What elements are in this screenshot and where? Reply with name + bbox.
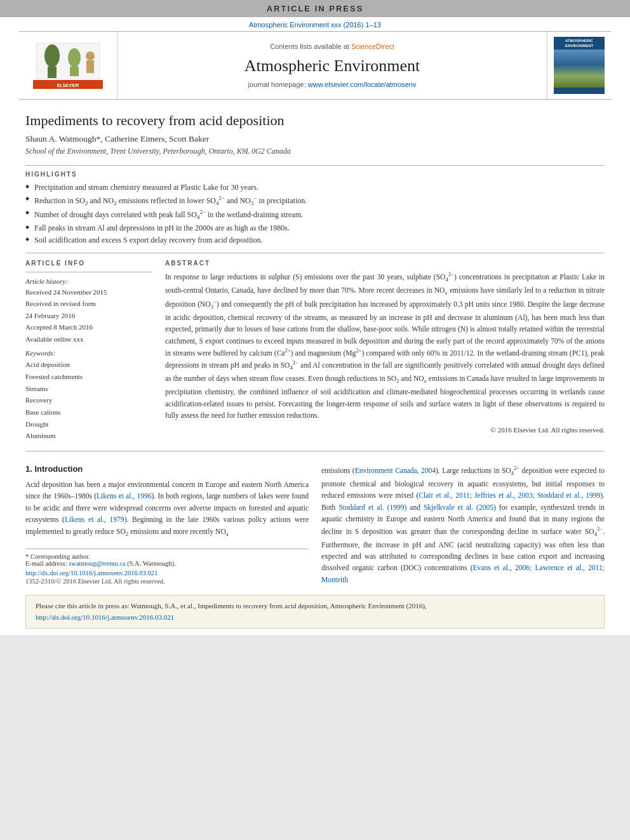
evans-2006-link[interactable]: Evans et al., 2006; Lawrence et al., 201… bbox=[321, 564, 605, 583]
corresponding-author-note: * Corresponding author. bbox=[25, 553, 309, 560]
journal-ref-text: Atmospheric Environment xxx (2016) 1–13 bbox=[249, 21, 381, 29]
journal-cover-area: ATMOSPHERICENVIRONMENT bbox=[547, 32, 611, 99]
homepage-line: journal homepage: www.elsevier.com/locat… bbox=[248, 81, 417, 88]
author-affiliation: School of the Environment, Trent Univers… bbox=[25, 147, 605, 156]
doi-link[interactable]: http://dx.doi.org/10.1016/j.atmosenv.201… bbox=[25, 570, 158, 577]
divider-3 bbox=[25, 272, 152, 272]
svg-rect-2 bbox=[48, 67, 57, 78]
svg-text:ELSEVIER: ELSEVIER bbox=[57, 83, 79, 88]
abstract-text: In response to large reductions in sulph… bbox=[165, 270, 605, 422]
header-center: Contents lists available at ScienceDirec… bbox=[117, 32, 547, 99]
sciencedirect-link[interactable]: ScienceDirect bbox=[351, 43, 394, 50]
elsevier-logo-area: ELSEVIER bbox=[19, 32, 117, 99]
abstract-col: ABSTRACT In response to large reductions… bbox=[165, 260, 605, 442]
doi-line: http://dx.doi.org/10.1016/j.atmosenv.201… bbox=[25, 570, 309, 577]
email-line: E-mail address: swatmoug@trentu.ca (S.A.… bbox=[25, 560, 309, 567]
likens-1996-link[interactable]: Likens et al., 1996 bbox=[97, 492, 151, 500]
article-info-abstract: ARTICLE INFO Article history: Received 2… bbox=[25, 260, 605, 442]
skjelkvale-2005-link[interactable]: Skjelkvale et al. (2005) bbox=[424, 503, 496, 511]
journal-cover-icon: ATMOSPHERICENVIRONMENT bbox=[554, 37, 605, 94]
article-info-col: ARTICLE INFO Article history: Received 2… bbox=[25, 260, 152, 442]
accepted-date: Accepted 8 March 2016 bbox=[25, 322, 152, 333]
aip-banner: ARTICLE IN PRESS bbox=[0, 0, 630, 17]
article-authors: Shaun A. Watmough*, Catherine Eimers, Sc… bbox=[25, 134, 605, 144]
available-online: Available online xxx bbox=[25, 334, 152, 345]
intro-left-col: 1. Introduction Acid deposition has been… bbox=[25, 464, 309, 585]
highlight-item: Precipitation and stream chemistry measu… bbox=[25, 182, 605, 194]
highlight-item: Soil acidification and excess S export d… bbox=[25, 234, 605, 246]
elsevier-logo-icon: ELSEVIER bbox=[30, 40, 106, 91]
highlight-item: Number of drought days correlated with p… bbox=[25, 208, 605, 222]
journal-ref: Atmospheric Environment xxx (2016) 1–13 bbox=[0, 17, 630, 31]
page-wrapper: ARTICLE IN PRESS Atmospheric Environment… bbox=[0, 0, 630, 635]
contents-label: Contents lists available at ScienceDirec… bbox=[270, 43, 394, 50]
abstract-label: ABSTRACT bbox=[165, 260, 605, 267]
expected-word: expected bbox=[165, 325, 191, 333]
highlights-label: HIGHLIGHTS bbox=[25, 171, 605, 178]
svg-point-1 bbox=[44, 44, 60, 67]
clair-2011-link[interactable]: Clair et al., 2011; Jeffries et al., 200… bbox=[419, 491, 600, 499]
highlights-list: Precipitation and stream chemistry measu… bbox=[25, 182, 605, 246]
received-date: Received 24 November 2015 bbox=[25, 287, 152, 298]
aip-text: ARTICLE IN PRESS bbox=[267, 4, 364, 13]
citation-banner: Please cite this article in press as: Wa… bbox=[25, 595, 605, 629]
revised-date: 24 February 2016 bbox=[25, 310, 152, 321]
footnote-area: * Corresponding author. E-mail address: … bbox=[25, 549, 309, 585]
journal-header: ELSEVIER Contents lists available at Sci… bbox=[19, 31, 611, 100]
intro-left-text: Acid deposition has been a major environ… bbox=[25, 479, 309, 539]
highlight-item: Fall peaks in stream Al and depressions … bbox=[25, 222, 605, 234]
svg-rect-6 bbox=[86, 60, 94, 73]
introduction-section: 1. Introduction Acid deposition has been… bbox=[25, 464, 605, 585]
homepage-link[interactable]: www.elsevier.com/locate/atmosenv bbox=[308, 81, 417, 88]
intro-heading: 1. Introduction bbox=[25, 464, 309, 474]
article-title: Impediments to recovery from acid deposi… bbox=[25, 112, 605, 129]
svg-point-3 bbox=[68, 48, 81, 67]
keywords-list: Acid deposition Forested catchments Stre… bbox=[25, 359, 152, 442]
svg-point-5 bbox=[86, 51, 95, 60]
svg-rect-4 bbox=[70, 67, 79, 76]
history-label: Article history: bbox=[25, 277, 152, 285]
divider-2 bbox=[25, 253, 605, 253]
intro-right-text: emissions (Environment Canada, 2004). La… bbox=[321, 464, 605, 585]
email-link[interactable]: swatmoug@trentu.ca bbox=[69, 560, 125, 567]
journal-name: Atmospheric Environment bbox=[245, 57, 420, 76]
copyright-line: © 2016 Elsevier Ltd. All rights reserved… bbox=[165, 426, 605, 434]
stoddard-1999-link[interactable]: Stoddard et al. (1999) bbox=[338, 503, 406, 511]
received-revised-label: Received in revised form bbox=[25, 298, 152, 309]
highlight-item: Reduction in SO2 and NO2 emissions refle… bbox=[25, 194, 605, 208]
article-info-label: ARTICLE INFO bbox=[25, 260, 152, 267]
article-content: Impediments to recovery from acid deposi… bbox=[0, 100, 630, 635]
divider-4 bbox=[25, 451, 605, 451]
env-canada-link[interactable]: Environment Canada, 2004 bbox=[355, 467, 436, 474]
issn-line: 1352-2310/© 2016 Elsevier Ltd. All right… bbox=[25, 578, 309, 585]
keywords-label: Keywords: bbox=[25, 349, 152, 357]
intro-right-col: emissions (Environment Canada, 2004). La… bbox=[321, 464, 605, 585]
citation-doi-link[interactable]: http://dx.doi.org/10.1016/j.atmosenv.201… bbox=[36, 613, 174, 621]
likens-1979-link[interactable]: Likens et al., 1979 bbox=[65, 516, 124, 523]
divider-1 bbox=[25, 165, 605, 166]
